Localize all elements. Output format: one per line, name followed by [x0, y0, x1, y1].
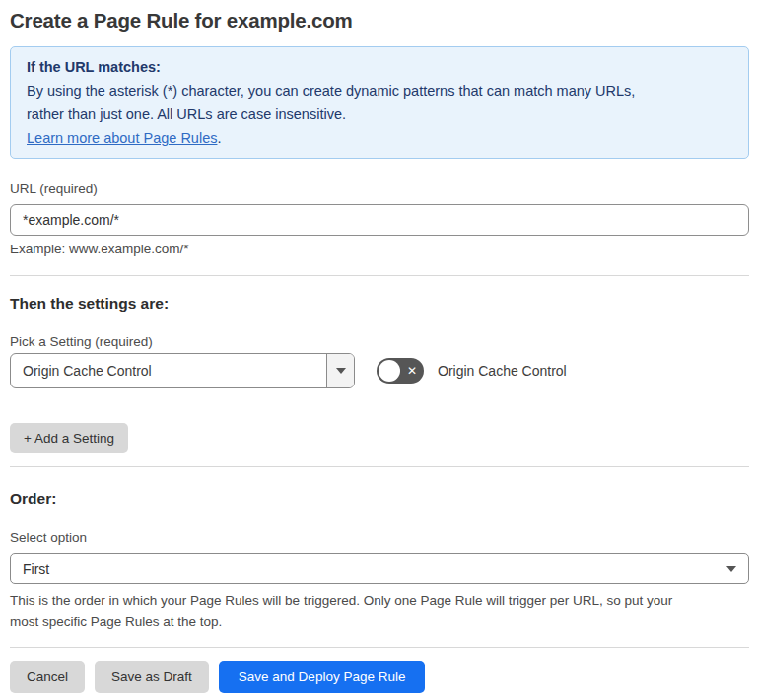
toggle-setting-label: Origin Cache Control: [438, 363, 567, 379]
order-select[interactable]: First: [10, 553, 749, 584]
setting-select[interactable]: Origin Cache Control: [10, 353, 355, 388]
origin-cache-control-toggle[interactable]: ✕: [377, 358, 424, 384]
info-box-body-line-2: rather than just one. All URLs are case …: [27, 103, 732, 126]
select-option-label: Select option: [10, 530, 749, 546]
divider: [10, 466, 749, 467]
info-box-link-line: Learn more about Page Rules.: [27, 126, 732, 150]
settings-heading: Then the settings are:: [10, 295, 749, 313]
pick-setting-label: Pick a Setting (required): [10, 334, 749, 350]
order-helper-line-1: This is the order in which your Page Rul…: [10, 594, 672, 608]
order-heading: Order:: [10, 490, 749, 508]
order-helper-line-2: most specific Page Rules at the top.: [10, 614, 222, 629]
order-select-value: First: [23, 561, 49, 577]
toggle-knob: [379, 360, 400, 382]
save-deploy-button[interactable]: Save and Deploy Page Rule: [219, 661, 426, 693]
link-suffix: .: [217, 130, 221, 146]
toggle-off-x-icon: ✕: [407, 365, 417, 377]
create-page-rule-form: Create a Page Rule for example.com If th…: [0, 9, 759, 700]
footer-actions: Cancel Save as Draft Save and Deploy Pag…: [10, 661, 749, 693]
add-setting-button[interactable]: + Add a Setting: [10, 423, 128, 453]
divider: [10, 275, 749, 276]
learn-more-link[interactable]: Learn more about Page Rules: [27, 130, 217, 146]
info-box-heading: If the URL matches:: [27, 55, 732, 79]
setting-select-arrow-button[interactable]: [326, 354, 354, 387]
divider: [10, 647, 749, 648]
info-box-body-line-1: By using the asterisk (*) character, you…: [27, 79, 732, 103]
cancel-button[interactable]: Cancel: [10, 661, 85, 693]
chevron-down-icon: [726, 566, 736, 572]
chevron-down-icon: [336, 368, 346, 374]
url-input[interactable]: [10, 204, 749, 236]
order-helper: This is the order in which your Page Rul…: [10, 591, 749, 632]
url-label: URL (required): [10, 181, 749, 197]
url-example-helper: Example: www.example.com/*: [10, 242, 749, 257]
page-title: Create a Page Rule for example.com: [10, 9, 749, 33]
save-draft-button[interactable]: Save as Draft: [95, 661, 209, 693]
url-match-info-box: If the URL matches: By using the asteris…: [10, 46, 749, 159]
setting-row: Origin Cache Control ✕ Origin Cache Cont…: [10, 353, 749, 388]
setting-select-value: Origin Cache Control: [11, 354, 326, 387]
